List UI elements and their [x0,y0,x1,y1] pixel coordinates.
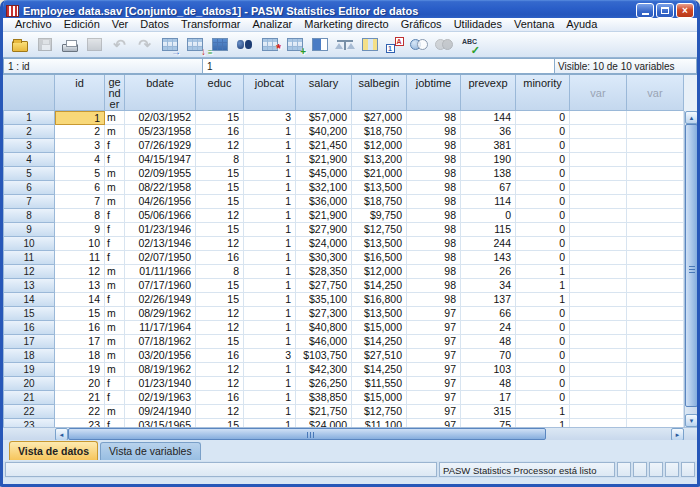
data-cell[interactable]: 1 [244,265,296,279]
data-cell[interactable]: $12,000 [352,265,407,279]
show-all-variables-icon[interactable] [432,33,457,57]
data-cell[interactable]: 15 [55,307,105,321]
save-document-icon[interactable] [32,33,57,57]
data-cell[interactable]: 11 [55,251,105,265]
data-cell[interactable]: 0 [516,111,570,125]
data-cell[interactable]: 115 [461,223,516,237]
column-header-minority[interactable]: minority [516,75,570,111]
row-header[interactable]: 2 [3,125,55,139]
go-to-variable-icon[interactable]: ↓ [182,33,207,57]
data-cell[interactable]: $46,000 [296,335,352,349]
data-cell[interactable]: 15 [196,195,244,209]
data-cell[interactable]: 0 [516,223,570,237]
data-cell[interactable]: 98 [407,209,461,223]
data-cell[interactable]: 3 [244,349,296,363]
data-cell[interactable]: 07/17/1960 [125,279,196,293]
menu-item-marketing-directo[interactable]: Marketing directo [298,18,394,31]
data-cell[interactable]: 0 [516,195,570,209]
data-cell[interactable]: 16 [196,391,244,405]
row-header[interactable]: 16 [3,321,55,335]
data-cell[interactable]: 16 [196,125,244,139]
data-cell[interactable]: $24,000 [296,237,352,251]
data-cell[interactable]: 01/11/1966 [125,265,196,279]
data-cell[interactable]: 143 [461,251,516,265]
undo-icon[interactable]: ↶ [107,33,132,57]
data-cell[interactable]: 98 [407,153,461,167]
data-cell-var[interactable] [627,111,684,125]
data-cell[interactable]: 14 [55,293,105,307]
data-cell[interactable]: 381 [461,139,516,153]
data-cell[interactable]: f [105,139,125,153]
data-cell[interactable]: 1 [244,139,296,153]
data-cell[interactable]: $27,300 [296,307,352,321]
data-cell[interactable]: $103,750 [296,349,352,363]
data-cell[interactable]: 1 [244,293,296,307]
data-cell-var[interactable] [570,335,627,349]
data-cell[interactable]: f [105,237,125,251]
column-header-jobcat[interactable]: jobcat [244,75,296,111]
row-header[interactable]: 12 [3,265,55,279]
row-header[interactable]: 10 [3,237,55,251]
data-cell[interactable]: 18 [55,349,105,363]
row-header[interactable]: 5 [3,167,55,181]
data-cell[interactable]: 66 [461,307,516,321]
data-cell[interactable]: 98 [407,223,461,237]
data-cell-var[interactable] [570,405,627,419]
data-cell[interactable]: $57,000 [296,111,352,125]
data-cell[interactable]: 98 [407,111,461,125]
data-cell[interactable]: 1 [244,251,296,265]
row-header[interactable]: 7 [3,195,55,209]
data-cell[interactable]: 98 [407,293,461,307]
data-cell-var[interactable] [627,209,684,223]
column-header-educ[interactable]: educ [196,75,244,111]
data-cell[interactable]: 15 [196,293,244,307]
data-cell[interactable]: 98 [407,279,461,293]
data-cell[interactable]: 1 [516,265,570,279]
data-cell[interactable]: 1 [244,237,296,251]
data-cell[interactable]: $16,800 [352,293,407,307]
data-cell-var[interactable] [570,349,627,363]
scroll-right-button[interactable]: ► [671,428,684,440]
data-cell[interactable]: 22 [55,405,105,419]
data-cell[interactable]: 12 [196,307,244,321]
row-header[interactable]: 19 [3,363,55,377]
data-cell[interactable]: 05/06/1966 [125,209,196,223]
data-cell[interactable]: 02/09/1955 [125,167,196,181]
data-cell[interactable]: 17 [461,391,516,405]
data-cell[interactable]: 190 [461,153,516,167]
row-header[interactable]: 18 [3,349,55,363]
data-cell-var[interactable] [627,265,684,279]
data-cell[interactable]: 1 [516,279,570,293]
data-cell[interactable]: 1 [244,363,296,377]
data-cell-var[interactable] [627,223,684,237]
data-cell[interactable]: 23 [55,419,105,427]
data-cell[interactable]: f [105,293,125,307]
data-cell[interactable]: 3 [244,111,296,125]
data-cell[interactable]: $18,750 [352,195,407,209]
menu-item-edici-n[interactable]: Edición [58,18,106,31]
tab-data-view[interactable]: Vista de datos [9,441,98,460]
data-cell[interactable]: 98 [407,125,461,139]
scroll-up-button[interactable]: ▲ [685,111,697,124]
data-cell[interactable]: 48 [461,377,516,391]
vertical-scrollbar[interactable]: ▲ ▼ [684,111,697,427]
data-cell[interactable]: 5 [55,167,105,181]
data-cell[interactable]: f [105,153,125,167]
data-cell[interactable]: f [105,419,125,427]
split-file-icon[interactable] [307,33,332,57]
data-cell[interactable]: 12 [196,363,244,377]
data-cell-var[interactable] [627,419,684,427]
data-cell[interactable]: m [105,335,125,349]
data-cell[interactable]: 0 [516,181,570,195]
data-cell[interactable]: 1 [244,307,296,321]
insert-variable-icon[interactable]: + [282,33,307,57]
data-cell[interactable]: 1 [244,209,296,223]
data-cell[interactable]: 17 [55,335,105,349]
data-cell[interactable]: 11/17/1964 [125,321,196,335]
data-cell[interactable]: 10 [55,237,105,251]
data-cell[interactable]: $21,900 [296,209,352,223]
data-cell-var[interactable] [627,321,684,335]
data-cell[interactable]: 1 [244,167,296,181]
data-cell[interactable]: m [105,363,125,377]
column-header-salbegin[interactable]: salbegin [352,75,407,111]
